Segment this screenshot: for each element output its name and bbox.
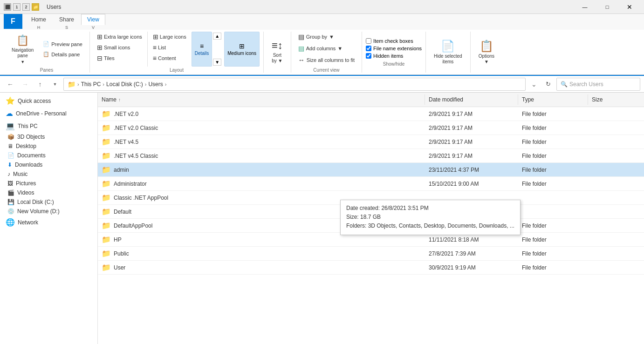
tab-view[interactable]: View <box>81 14 105 25</box>
maximize-button[interactable]: □ <box>596 0 618 14</box>
sidebar-3d-objects[interactable]: 📦 3D Objects <box>0 132 97 142</box>
forward-button[interactable]: → <box>19 78 32 91</box>
table-row[interactable]: 📁 .NET v4.5 2/9/2021 9:17 AM File folder <box>98 135 644 149</box>
folder-icon: 📁 <box>102 165 111 174</box>
extra-large-icons-button[interactable]: ⊞ Extra large icons <box>94 32 145 42</box>
quick-access-icon: ⭐ <box>6 96 15 105</box>
table-row[interactable]: 📁 .NET v2.0 2/9/2021 9:17 AM File folder <box>98 107 644 121</box>
minimize-button[interactable]: — <box>574 0 596 14</box>
table-row[interactable]: 📁 Administrator 15/10/2021 9:00 AM File … <box>98 177 644 191</box>
col-size-header[interactable]: Size <box>588 94 644 105</box>
list-button[interactable]: ≡ List <box>150 42 190 53</box>
sidebar-documents[interactable]: 📄 Documents <box>0 151 97 160</box>
sidebar-videos[interactable]: 🎬 Videos <box>0 188 97 197</box>
sidebar-downloads[interactable]: ⬇ Downloads <box>0 160 97 169</box>
file-type-cell <box>518 205 588 218</box>
path-folder-icon: 📁 <box>68 81 75 88</box>
file-size-cell <box>588 233 644 246</box>
file-date-cell: 27/8/2021 7:39 AM <box>425 247 518 260</box>
preview-pane-button[interactable]: 📄 Preview pane <box>40 40 86 48</box>
file-date-cell: 2/9/2021 9:17 AM <box>425 121 518 135</box>
file-date-cell: 2/9/2021 9:17 AM <box>425 149 518 162</box>
close-button[interactable]: ✕ <box>619 0 640 14</box>
item-check-boxes-item[interactable]: Item check boxes <box>366 38 422 44</box>
refresh-button[interactable]: ↻ <box>541 78 555 91</box>
table-row[interactable]: 📁 admin 23/11/2021 4:37 PM File folder <box>98 163 644 177</box>
back-button[interactable]: ← <box>4 78 17 91</box>
panes-group: 📋 Navigationpane ▼ 📄 Preview pane 📋 Deta… <box>4 32 90 73</box>
size-all-columns-button[interactable]: ↔ Size all columns to fit <box>295 55 358 65</box>
table-row[interactable]: 📁 User 30/9/2021 9:19 AM File folder <box>98 261 644 275</box>
address-dropdown-button[interactable]: ⌄ <box>528 78 541 91</box>
path-local-disk[interactable]: Local Disk (C:) <box>106 81 143 88</box>
sidebar-network[interactable]: 🌐 Network <box>0 216 97 229</box>
sort-by-icon: ≡↕ <box>272 40 283 52</box>
up-button[interactable]: ↑ <box>34 78 47 91</box>
folder-icon: 📁 <box>102 207 111 216</box>
details-icon: ≡ <box>200 42 204 50</box>
folder-icon: 📁 <box>102 263 111 272</box>
file-button[interactable]: F <box>4 14 22 29</box>
sort-by-button[interactable]: ≡↕ Sortby ▼ <box>267 37 287 66</box>
sidebar-onedrive[interactable]: ☁ OneDrive - Personal <box>0 107 97 120</box>
hide-selected-icon: 📄 <box>441 40 455 53</box>
small-icons-button[interactable]: ⊞ Small icons <box>94 42 145 53</box>
col-name-header[interactable]: Name ↑ <box>98 94 425 105</box>
content-button[interactable]: ≡ Content <box>150 53 190 63</box>
sidebar-this-pc[interactable]: 💻 This PC <box>0 120 97 132</box>
pane-options: 📄 Preview pane 📋 Details pane <box>40 40 86 59</box>
tab-home[interactable]: Home <box>25 14 52 25</box>
sidebar-new-volume[interactable]: 💿 New Volume (D:) <box>0 207 97 216</box>
search-box[interactable]: 🔍 Search Users <box>556 78 640 91</box>
table-row[interactable]: 📁 .NET v2.0 Classic 2/9/2021 9:17 AM Fil… <box>98 121 644 135</box>
file-name-extensions-item[interactable]: File name extensions <box>366 46 422 51</box>
table-row[interactable]: 📁 .NET v4.5 Classic 2/9/2021 9:17 AM Fil… <box>98 149 644 163</box>
file-list-header: Name ↑ Date modified Type Size <box>98 93 644 107</box>
folder-icon: 📁 <box>102 193 111 202</box>
file-name-extensions-checkbox[interactable] <box>366 46 371 51</box>
layout-right: ⊞ Large icons ≡ List ≡ Content <box>150 32 190 67</box>
file-date-cell: 30/9/2021 9:19 AM <box>425 261 518 274</box>
item-check-boxes-checkbox[interactable] <box>366 38 371 44</box>
home-tab-wrapper: Home H <box>25 14 52 30</box>
path-this-pc[interactable]: This PC <box>81 81 101 88</box>
tab-2[interactable]: 2 <box>22 3 30 11</box>
layout-scroll-up[interactable]: ▲ <box>213 33 221 40</box>
group-by-button[interactable]: ▤ Group by ▼ <box>295 32 358 42</box>
details-button[interactable]: ≡ Details <box>192 32 212 67</box>
tab-1[interactable]: 1 <box>13 3 21 11</box>
col-date-header[interactable]: Date modified <box>425 94 518 105</box>
recent-locations-button[interactable]: ▼ <box>48 78 62 91</box>
file-size-cell <box>588 135 644 148</box>
details-pane-button[interactable]: 📋 Details pane <box>40 50 86 59</box>
layout-scroll-down[interactable]: ▼ <box>213 59 221 66</box>
file-rows-container: 📁 .NET v2.0 2/9/2021 9:17 AM File folder… <box>98 107 644 275</box>
title-controls: — □ ✕ <box>574 0 640 14</box>
sidebar-desktop[interactable]: 🖥 Desktop <box>0 142 97 151</box>
col-type-header[interactable]: Type <box>518 94 588 105</box>
navigation-pane-button[interactable]: 📋 Navigationpane ▼ <box>7 32 38 67</box>
medium-icons-button[interactable]: ⊞ Medium icons <box>224 32 260 67</box>
file-size-cell <box>588 121 644 135</box>
options-button[interactable]: 📋 Options▼ <box>474 37 499 67</box>
large-icons-button[interactable]: ⊞ Large icons <box>150 32 190 42</box>
folder-icon: 📁 <box>102 123 111 132</box>
file-date-cell: 23/11/2021 4:37 PM <box>425 163 518 176</box>
add-columns-button[interactable]: ▤ Add columns ▼ <box>295 43 358 54</box>
file-type-cell: File folder <box>518 121 588 135</box>
sidebar-local-disk[interactable]: 💾 Local Disk (C:) <box>0 197 97 207</box>
sort-group: ≡↕ Sortby ▼ <box>264 32 291 73</box>
file-date-cell: 2/9/2021 9:17 AM <box>425 107 518 121</box>
hide-selected-button[interactable]: 📄 Hide selecteditems <box>430 37 466 67</box>
table-row[interactable]: 📁 Public 27/8/2021 7:39 AM File folder <box>98 247 644 261</box>
path-users[interactable]: Users <box>148 81 163 88</box>
file-size-cell <box>588 107 644 121</box>
hidden-items-checkbox[interactable] <box>366 53 371 59</box>
tiles-button[interactable]: ⊟ Tiles <box>94 53 145 63</box>
sidebar-music[interactable]: ♪ Music <box>0 169 97 179</box>
admin-tooltip: Date created: 26/8/2021 3:51 PM Size: 18… <box>340 200 521 235</box>
hidden-items-item[interactable]: Hidden items <box>366 53 422 59</box>
sidebar-quick-access[interactable]: ⭐ Quick access <box>0 94 97 107</box>
sidebar-pictures[interactable]: 🖼 Pictures <box>0 179 97 188</box>
tab-share[interactable]: Share <box>53 14 80 25</box>
